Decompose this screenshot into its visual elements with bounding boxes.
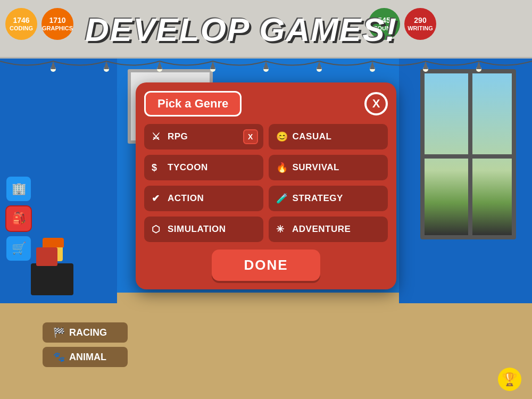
- svg-marker-15: [370, 61, 375, 69]
- genre-racing-item[interactable]: 🏁 RACING: [43, 322, 128, 343]
- genre-action[interactable]: ✔ ACTION: [144, 186, 263, 211]
- adventure-label: ADVENTURE: [292, 224, 351, 235]
- close-button[interactable]: X: [364, 92, 388, 115]
- genre-survival[interactable]: 🔥 SURVIVAL: [269, 155, 388, 180]
- svg-marker-9: [51, 61, 56, 69]
- rpg-x-badge: X: [243, 129, 258, 144]
- genre-simulation[interactable]: ⬡ SIMULATION: [144, 217, 263, 242]
- genre-animal-item[interactable]: 🐾 ANIMAL: [43, 347, 128, 367]
- racing-icon: 🏁: [53, 327, 65, 338]
- stats-area: 1746 CODING 1710 GRAPHICS: [5, 8, 73, 40]
- animal-label: ANIMAL: [69, 352, 106, 363]
- character: [32, 242, 74, 306]
- simulation-label: SIMULATION: [168, 224, 226, 235]
- modal-header: Pick a Genre X: [144, 91, 388, 117]
- sidebar-bag-icon[interactable]: 🎒: [5, 205, 32, 232]
- survival-icon: 🔥: [276, 162, 288, 173]
- string-lights: [0, 56, 532, 77]
- sidebar: 🏢 🎒 🛒: [5, 176, 32, 262]
- helmet: [43, 238, 64, 247]
- svg-marker-14: [317, 61, 322, 69]
- strategy-label: STRATEGY: [293, 193, 343, 204]
- rpg-label: RPG: [168, 131, 188, 142]
- svg-marker-11: [157, 61, 162, 69]
- casual-label: CASUAL: [293, 131, 332, 142]
- rpg-icon: ⚔: [152, 131, 163, 143]
- survival-label: SURVIVAL: [293, 162, 339, 173]
- svg-marker-10: [104, 61, 109, 69]
- genre-strategy[interactable]: 🧪 STRATEGY: [269, 186, 388, 211]
- genre-rpg[interactable]: ⚔ RPG X: [144, 124, 263, 149]
- animal-icon: 🐾: [53, 351, 65, 363]
- racing-label: RACING: [69, 327, 107, 338]
- bottom-genres: 🏁 RACING 🐾 ANIMAL: [43, 322, 128, 367]
- genre-grid: ⚔ RPG X 😊 CASUAL $ TYCOON 🔥 SURVIVAL ✔ A…: [144, 124, 388, 242]
- sidebar-cart-icon[interactable]: 🛒: [5, 235, 32, 262]
- svg-marker-17: [476, 61, 481, 69]
- main-title: DEVELOP GAMES!: [85, 11, 521, 48]
- tycoon-icon: $: [152, 162, 163, 173]
- svg-marker-12: [210, 61, 215, 69]
- genre-tycoon[interactable]: $ TYCOON: [144, 155, 263, 180]
- window-right: [420, 69, 516, 239]
- svg-marker-13: [263, 61, 269, 69]
- adventure-icon: ✳: [276, 223, 288, 235]
- strategy-icon: 🧪: [276, 193, 288, 204]
- trophy-icon[interactable]: 🏆: [498, 368, 521, 391]
- modal-title: Pick a Genre: [144, 91, 242, 117]
- sidebar-building-icon[interactable]: 🏢: [5, 176, 32, 202]
- tycoon-label: TYCOON: [168, 162, 208, 173]
- genre-casual[interactable]: 😊 CASUAL: [269, 124, 388, 149]
- stat-coding: 1746 CODING: [5, 8, 37, 40]
- svg-marker-16: [423, 61, 428, 69]
- genre-adventure[interactable]: ✳ ADVENTURE: [269, 217, 388, 242]
- done-button[interactable]: DONE: [212, 250, 320, 281]
- action-label: ACTION: [168, 193, 204, 204]
- simulation-icon: ⬡: [152, 223, 163, 235]
- casual-icon: 😊: [276, 131, 288, 143]
- stat-graphics: 1710 GRAPHICS: [41, 8, 73, 40]
- genre-modal: Pick a Genre X ⚔ RPG X 😊 CASUAL $ TYCOON…: [136, 82, 396, 289]
- action-icon: ✔: [152, 193, 163, 204]
